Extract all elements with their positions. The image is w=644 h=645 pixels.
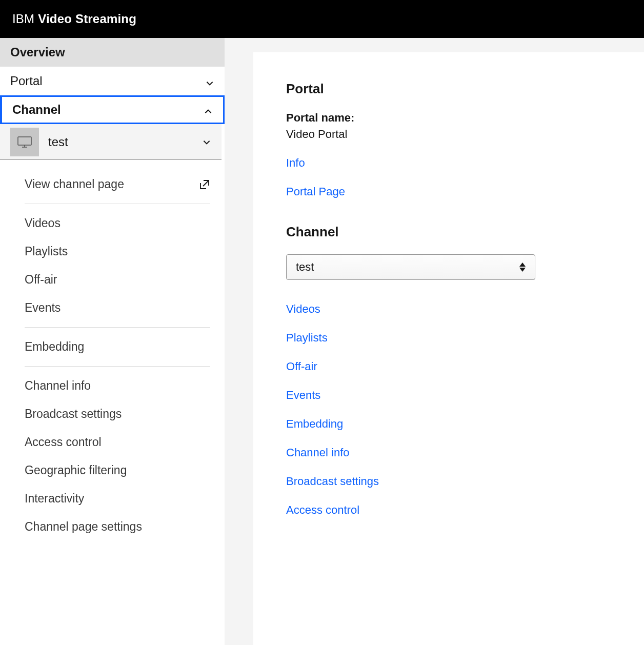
layout: Overview Portal Channel test Vi bbox=[0, 38, 644, 645]
sidebar-item-label: Channel info bbox=[25, 379, 91, 393]
sidebar-item-broadcast-settings[interactable]: Broadcast settings bbox=[25, 400, 210, 428]
sidebar-item-label: Playlists bbox=[25, 245, 68, 258]
link-videos[interactable]: Videos bbox=[286, 303, 611, 316]
chevron-down-icon bbox=[202, 137, 211, 147]
sidebar-item-label: View channel page bbox=[25, 177, 124, 191]
divider bbox=[25, 366, 210, 367]
sidebar-item-channel-info[interactable]: Channel info bbox=[25, 372, 210, 400]
channel-submenu: View channel page Videos Playlists Off-a… bbox=[0, 170, 225, 541]
external-link-icon bbox=[199, 179, 210, 190]
link-broadcast-settings[interactable]: Broadcast settings bbox=[286, 475, 611, 488]
sidebar-item-label: Off-air bbox=[25, 273, 57, 287]
chevron-down-icon bbox=[205, 76, 214, 86]
sidebar-item-channel-page-settings[interactable]: Channel page settings bbox=[25, 513, 210, 541]
sidebar-item-geographic-filtering[interactable]: Geographic filtering bbox=[25, 456, 210, 485]
svg-marker-4 bbox=[519, 263, 526, 267]
brand: IBM Video Streaming bbox=[12, 12, 136, 26]
svg-line-3 bbox=[203, 180, 209, 186]
sidebar-item-label: Embedding bbox=[25, 340, 84, 354]
portal-name-label: Portal name: bbox=[286, 111, 611, 125]
main-area: Portal Portal name: Video Portal Info Po… bbox=[225, 38, 644, 645]
channel-section: Channel test Videos Playlists Off-air Ev… bbox=[286, 224, 611, 517]
divider bbox=[25, 327, 210, 328]
link-portal-page[interactable]: Portal Page bbox=[286, 185, 611, 198]
portal-name-value: Video Portal bbox=[286, 128, 611, 141]
channel-select[interactable]: test bbox=[286, 254, 535, 280]
link-info[interactable]: Info bbox=[286, 156, 611, 170]
svg-rect-0 bbox=[18, 137, 31, 145]
brand-name: Video Streaming bbox=[38, 12, 136, 26]
sidebar-item-events[interactable]: Events bbox=[25, 294, 210, 322]
sidebar-overview[interactable]: Overview bbox=[0, 38, 225, 67]
sidebar-item-videos[interactable]: Videos bbox=[25, 209, 210, 237]
link-playlists[interactable]: Playlists bbox=[286, 331, 611, 345]
sidebar-portal[interactable]: Portal bbox=[0, 67, 225, 95]
sidebar-item-interactivity[interactable]: Interactivity bbox=[25, 485, 210, 513]
divider bbox=[25, 204, 210, 204]
link-channel-info[interactable]: Channel info bbox=[286, 446, 611, 459]
monitor-icon bbox=[10, 128, 39, 156]
sidebar-item-off-air[interactable]: Off-air bbox=[25, 266, 210, 294]
sidebar-channel-label: Channel bbox=[12, 103, 61, 117]
sidebar-overview-label: Overview bbox=[10, 45, 65, 59]
sidebar-item-label: Geographic filtering bbox=[25, 463, 127, 477]
chevron-up-icon bbox=[204, 105, 213, 114]
sidebar-item-playlists[interactable]: Playlists bbox=[25, 237, 210, 266]
content-card: Portal Portal name: Video Portal Info Po… bbox=[253, 52, 644, 645]
sidebar: Overview Portal Channel test Vi bbox=[0, 38, 225, 645]
sidebar-item-access-control[interactable]: Access control bbox=[25, 428, 210, 456]
sidebar-portal-label: Portal bbox=[10, 74, 43, 88]
link-events[interactable]: Events bbox=[286, 389, 611, 402]
selected-channel-name: test bbox=[48, 135, 202, 149]
channel-selector[interactable]: test bbox=[0, 124, 222, 160]
channel-heading: Channel bbox=[286, 224, 611, 240]
svg-marker-5 bbox=[519, 268, 526, 272]
sidebar-item-view-channel-page[interactable]: View channel page bbox=[25, 170, 210, 198]
portal-heading: Portal bbox=[286, 81, 611, 97]
app-header: IBM Video Streaming bbox=[0, 0, 644, 38]
channel-select-value: test bbox=[296, 260, 314, 274]
sidebar-item-label: Channel page settings bbox=[25, 520, 142, 534]
link-access-control[interactable]: Access control bbox=[286, 503, 611, 517]
link-off-air[interactable]: Off-air bbox=[286, 360, 611, 373]
sidebar-item-embedding[interactable]: Embedding bbox=[25, 333, 210, 361]
sort-icon bbox=[519, 263, 526, 272]
link-embedding[interactable]: Embedding bbox=[286, 417, 611, 431]
sidebar-item-label: Interactivity bbox=[25, 492, 84, 506]
sidebar-item-label: Broadcast settings bbox=[25, 407, 122, 421]
sidebar-channel[interactable]: Channel bbox=[0, 95, 225, 124]
sidebar-item-label: Videos bbox=[25, 216, 61, 230]
brand-prefix: IBM bbox=[12, 12, 38, 26]
sidebar-item-label: Access control bbox=[25, 435, 102, 449]
sidebar-item-label: Events bbox=[25, 301, 61, 315]
